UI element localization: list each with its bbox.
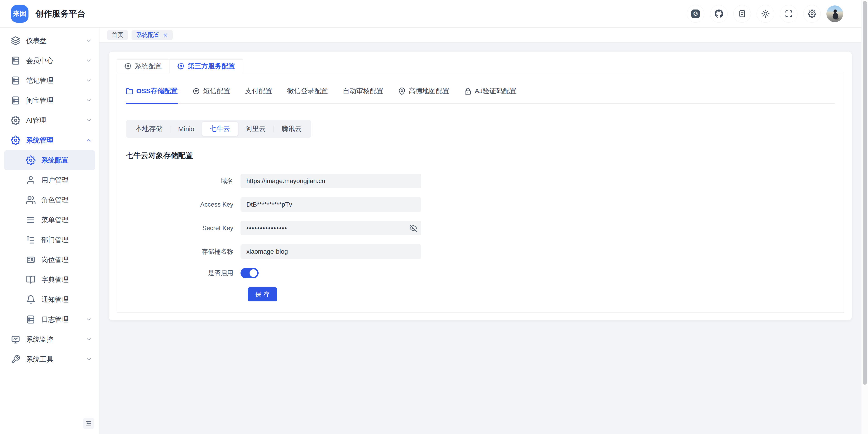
sidebar-item-label: 部门管理 (41, 235, 68, 244)
secret-key-label: Secret Key (126, 225, 241, 232)
domain-input[interactable] (241, 174, 421, 188)
chevron-down-icon (86, 57, 92, 64)
sidebar-item-label: 字典管理 (41, 275, 68, 284)
settings-button[interactable] (803, 5, 821, 23)
tag-home[interactable]: 首页 (107, 30, 128, 40)
segment-tencent[interactable]: 腾讯云 (274, 122, 309, 136)
tags-bar: 首页 系统配置 (99, 28, 868, 42)
form-row-secret-key: Secret Key (126, 221, 835, 235)
sidebar-item-menu-management[interactable]: 菜单管理 (4, 210, 95, 230)
tab-amap-config[interactable]: 高德地图配置 (398, 83, 450, 104)
lock-icon (464, 88, 471, 95)
tab-oss-storage[interactable]: OSS存储配置 (126, 83, 178, 104)
app-header: 来因 创作服务平台 G (0, 0, 868, 28)
close-icon[interactable] (163, 32, 168, 38)
github-button[interactable] (710, 5, 727, 23)
sidebar-item-system-management[interactable]: 系统管理 (4, 131, 95, 150)
form-row-bucket: 存储桶名称 (126, 244, 835, 259)
tab-third-party-services[interactable]: 第三方服务配置 (169, 59, 243, 73)
sidebar-item-label: 系统监控 (26, 335, 53, 344)
sidebar-item-label: 岗位管理 (41, 255, 68, 264)
sidebar-item-label: 闲宝管理 (26, 96, 53, 105)
sidebar-item-system-tools[interactable]: 系统工具 (4, 349, 95, 369)
enabled-switch[interactable] (241, 268, 258, 278)
chevron-down-icon (86, 117, 92, 123)
tab-payment-config[interactable]: 支付配置 (245, 83, 272, 104)
service-tabs: OSS存储配置 短信配置 支付配置 微信登录配置 自动审核配置 (126, 83, 835, 104)
monitor-icon (11, 335, 20, 344)
menu-icon (26, 215, 35, 225)
sidebar-item-system-config[interactable]: 系统配置 (4, 150, 95, 170)
scrollbar-thumb[interactable] (863, 1, 867, 385)
qiniu-config-form: 域名 Access Key Secret Key (126, 174, 835, 301)
tab-label: 短信配置 (203, 86, 230, 96)
github-icon (715, 9, 723, 18)
settings-card: 系统配置 第三方服务配置 OSS存储配置 短信配置 (109, 52, 852, 320)
gitee-button[interactable]: G (687, 5, 704, 23)
book-icon (26, 275, 35, 284)
tab-auto-review-config[interactable]: 自动审核配置 (343, 83, 383, 104)
document-icon (738, 9, 746, 18)
sidebar-item-label: 系统工具 (26, 355, 53, 364)
theme-button[interactable] (756, 5, 774, 23)
segment-label: 阿里云 (246, 125, 266, 133)
tab-label: 系统配置 (135, 62, 162, 71)
chevron-down-icon (86, 77, 92, 84)
app-title: 创作服务平台 (35, 8, 86, 20)
scrollbar-track[interactable] (861, 0, 868, 434)
sidebar-item-dict-management[interactable]: 字典管理 (4, 270, 95, 290)
segment-label: 七牛云 (210, 125, 230, 133)
bucket-label: 存储桶名称 (126, 247, 241, 256)
segment-aliyun[interactable]: 阿里云 (238, 122, 274, 136)
chevron-up-icon (86, 137, 92, 143)
tab-aj-captcha-config[interactable]: AJ验证码配置 (464, 83, 517, 104)
app-logo: 来因 (11, 5, 29, 23)
eye-off-icon[interactable] (410, 225, 417, 232)
sidebar-item-label: 系统配置 (41, 156, 68, 165)
segment-label: 本地存储 (135, 125, 162, 133)
tab-label: 高德地图配置 (409, 86, 450, 96)
secret-key-input[interactable] (241, 221, 421, 235)
tab-wechat-login-config[interactable]: 微信登录配置 (287, 83, 328, 104)
tag-label: 系统配置 (136, 31, 160, 39)
gear-icon (178, 63, 184, 69)
segment-local-storage[interactable]: 本地存储 (128, 122, 170, 136)
tab-system-config[interactable]: 系统配置 (117, 59, 170, 73)
bucket-input[interactable] (241, 244, 421, 259)
sidebar-item-notice-management[interactable]: 通知管理 (4, 290, 95, 310)
sidebar-item-system-monitor[interactable]: 系统监控 (4, 329, 95, 349)
sidebar-item-label: 会员中心 (26, 56, 53, 65)
sidebar-item-user-management[interactable]: 用户管理 (4, 170, 95, 190)
sidebar-item-log-management[interactable]: 日志管理 (4, 310, 95, 329)
sidebar-item-label: 通知管理 (41, 295, 68, 305)
sidebar-item-post-management[interactable]: 岗位管理 (4, 250, 95, 270)
tag-system-config[interactable]: 系统配置 (131, 30, 173, 40)
sidebar-item-xianbao[interactable]: 闲宝管理 (4, 90, 95, 110)
gear-icon (26, 155, 35, 165)
server-icon (11, 96, 20, 105)
segment-minio[interactable]: Minio (170, 123, 202, 135)
folder-icon (126, 88, 133, 95)
tab-sms-config[interactable]: 短信配置 (193, 83, 230, 104)
avatar[interactable] (827, 5, 843, 22)
segment-label: Minio (178, 125, 194, 133)
docs-button[interactable] (733, 5, 751, 23)
save-button[interactable]: 保 存 (248, 287, 277, 301)
sidebar-item-notes[interactable]: 笔记管理 (4, 70, 95, 90)
segment-qiniu[interactable]: 七牛云 (202, 122, 238, 136)
message-icon (193, 88, 200, 95)
gitee-icon: G (691, 9, 700, 18)
location-pin-icon (398, 88, 405, 95)
access-key-input[interactable] (241, 197, 421, 212)
sidebar-item-dashboard[interactable]: 仪表盘 (4, 31, 95, 51)
server-icon (11, 76, 20, 85)
sidebar-item-department-management[interactable]: 部门管理 (4, 230, 95, 250)
sidebar-item-ai[interactable]: AI管理 (4, 110, 95, 131)
sidebar-item-role-management[interactable]: 角色管理 (4, 190, 95, 210)
fullscreen-button[interactable] (780, 5, 798, 23)
id-card-icon (26, 255, 35, 264)
collapse-sidebar-button[interactable] (83, 418, 94, 429)
user-icon (26, 175, 35, 185)
chevron-down-icon (86, 336, 92, 343)
sidebar-item-member-center[interactable]: 会员中心 (4, 51, 95, 70)
